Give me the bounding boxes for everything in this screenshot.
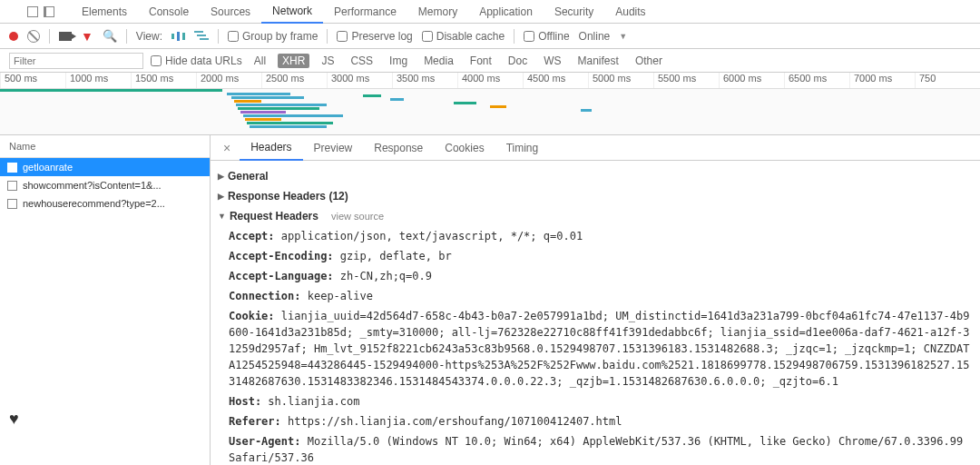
filter-input[interactable]	[9, 53, 143, 69]
tab-sources[interactable]: Sources	[200, 1, 261, 23]
header-line: Cookie: lianjia_uuid=42d564d7-658c-4b43-…	[218, 306, 973, 391]
header-line: Referer: https://sh.lianjia.com/ershoufa…	[218, 411, 973, 431]
request-row[interactable]: newhouserecommend?type=2...	[0, 194, 210, 213]
timeline-chart[interactable]	[0, 89, 980, 134]
search-icon[interactable]: 🔍	[103, 29, 117, 43]
header-line: User-Agent: Mozilla/5.0 (Windows NT 10.0…	[218, 431, 973, 465]
disable-cache-checkbox[interactable]: Disable cache	[422, 30, 505, 43]
waterfall-icon[interactable]	[194, 31, 209, 42]
offline-checkbox[interactable]: Offline	[524, 30, 569, 43]
filter-media[interactable]: Media	[419, 54, 458, 68]
filter-ws[interactable]: WS	[539, 54, 565, 68]
record-icon[interactable]	[9, 32, 18, 41]
request-detail: × Headers Preview Response Cookies Timin…	[211, 135, 980, 465]
filter-xhr[interactable]: XHR	[278, 54, 309, 68]
filter-all[interactable]: All	[250, 54, 270, 68]
group-by-frame-checkbox[interactable]: Group by frame	[228, 30, 318, 43]
device-icon[interactable]	[44, 6, 54, 17]
name-column-header[interactable]: Name	[0, 135, 210, 158]
tab-timing[interactable]: Timing	[495, 136, 550, 160]
dock-controls[interactable]	[27, 6, 54, 17]
filter-manifest[interactable]: Manifest	[573, 54, 623, 68]
header-line: Connection: keep-alive	[218, 286, 973, 306]
filter-other[interactable]: Other	[631, 54, 667, 68]
tab-application[interactable]: Application	[468, 1, 544, 23]
headers-content: ▶General ▶Response Headers (12) ▼Request…	[211, 161, 980, 465]
large-rows-icon[interactable]	[172, 32, 185, 41]
heart-icon[interactable]: ♥	[9, 410, 19, 429]
filter-icon[interactable]: ▼	[81, 29, 93, 44]
header-line: Accept-Language: zh-CN,zh;q=0.9	[218, 266, 973, 286]
header-line: Host: sh.lianjia.com	[218, 391, 973, 411]
request-row[interactable]: getloanrate	[0, 158, 210, 176]
header-line: Accept: application/json, text/javascrip…	[218, 226, 973, 246]
view-source-link[interactable]: view source	[331, 211, 384, 222]
tab-network[interactable]: Network	[261, 0, 323, 24]
hide-data-urls-checkbox[interactable]: Hide data URLs	[151, 54, 242, 67]
inspect-icon[interactable]	[27, 6, 38, 17]
online-select[interactable]: Online	[579, 30, 611, 43]
request-row[interactable]: showcomment?isContent=1&...	[0, 176, 210, 194]
main-tabs: Elements Console Sources Network Perform…	[0, 0, 980, 24]
time-ruler: 500 ms1000 ms1500 ms2000 ms2500 ms3000 m…	[0, 73, 980, 89]
tab-audits[interactable]: Audits	[604, 1, 656, 23]
network-toolbar: ▼ 🔍 View: Group by frame Preserve log Di…	[0, 24, 980, 49]
request-headers-section[interactable]: ▼Request Headersview source	[218, 206, 973, 226]
tab-console[interactable]: Console	[138, 1, 200, 23]
close-icon[interactable]: ×	[214, 141, 240, 155]
tab-performance[interactable]: Performance	[323, 1, 407, 23]
filter-css[interactable]: CSS	[346, 54, 377, 68]
general-section[interactable]: ▶General	[218, 166, 973, 186]
tab-headers[interactable]: Headers	[240, 135, 302, 161]
chevron-down-icon[interactable]: ▼	[619, 32, 627, 41]
response-headers-section[interactable]: ▶Response Headers (12)	[218, 186, 973, 206]
view-label: View:	[136, 30, 162, 43]
tab-response[interactable]: Response	[363, 136, 434, 160]
tab-memory[interactable]: Memory	[407, 1, 468, 23]
timeline[interactable]: 500 ms1000 ms1500 ms2000 ms2500 ms3000 m…	[0, 73, 980, 135]
tab-preview[interactable]: Preview	[303, 136, 364, 160]
filter-img[interactable]: Img	[385, 54, 412, 68]
detail-tabs: × Headers Preview Response Cookies Timin…	[211, 135, 980, 161]
filter-font[interactable]: Font	[466, 54, 496, 68]
filter-doc[interactable]: Doc	[504, 54, 532, 68]
request-list: Name getloanrate showcomment?isContent=1…	[0, 135, 211, 465]
clear-icon[interactable]	[27, 30, 40, 43]
preserve-log-checkbox[interactable]: Preserve log	[337, 30, 412, 43]
tab-elements[interactable]: Elements	[71, 1, 138, 23]
header-line: Accept-Encoding: gzip, deflate, br	[218, 246, 973, 266]
camera-icon[interactable]	[59, 32, 72, 41]
filter-row: Hide data URLs All XHR JS CSS Img Media …	[0, 49, 980, 73]
tab-security[interactable]: Security	[544, 1, 604, 23]
tab-cookies[interactable]: Cookies	[434, 136, 495, 160]
filter-js[interactable]: JS	[317, 54, 338, 68]
